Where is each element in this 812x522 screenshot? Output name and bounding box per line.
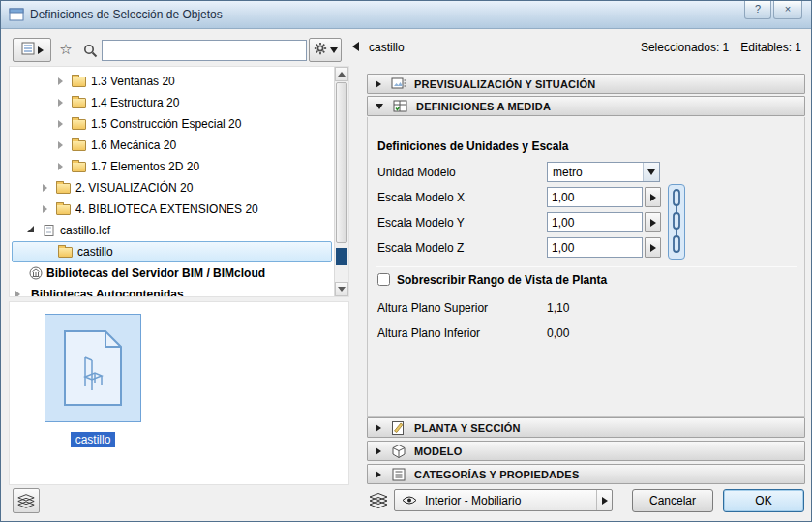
search-input[interactable] bbox=[102, 40, 307, 61]
combo-arrow-box[interactable] bbox=[643, 163, 659, 181]
library-tree[interactable]: 1.3 Ventanas 20 1.4 Estructura 20 1.5 Co… bbox=[9, 66, 349, 297]
selection-status: Seleccionados: 1Editables: 1 bbox=[629, 41, 801, 54]
settings-gear-button[interactable] bbox=[309, 38, 342, 62]
section-planta-y-seccion[interactable]: PLANTA Y SECCIÓN bbox=[367, 417, 805, 438]
folder-icon bbox=[72, 77, 86, 87]
chevron-right-icon bbox=[376, 80, 381, 88]
section-previsualizacion[interactable]: PREVISUALIZACIÓN Y SITUACIÓN bbox=[367, 74, 805, 94]
model-cube-icon bbox=[391, 444, 406, 459]
close-button[interactable]: × bbox=[773, 1, 802, 19]
library-list-icon bbox=[21, 42, 35, 58]
ok-button[interactable]: OK bbox=[723, 489, 804, 512]
custom-settings-panel: Definiciones de Unidades y Escala Unidad… bbox=[367, 117, 805, 417]
tree-item[interactable]: Bibliotecas del Servidor BIM / BIMcloud bbox=[10, 262, 348, 284]
model-unit-select[interactable]: metro bbox=[547, 162, 660, 182]
scale-y-label: Escala Modelo Y bbox=[377, 216, 465, 230]
search-icon[interactable] bbox=[82, 43, 98, 58]
override-plan-range-checkbox[interactable] bbox=[377, 273, 390, 286]
library-view-options-button[interactable] bbox=[13, 38, 51, 62]
object-selection-settings-dialog: Definiciones de Selección de Objetos ? ×… bbox=[0, 0, 812, 522]
expander-collapsed-icon[interactable] bbox=[58, 99, 63, 107]
scale-x-label: Escala Modelo X bbox=[377, 191, 465, 204]
scale-x-menu-button[interactable] bbox=[645, 187, 661, 207]
tree-scrollbar[interactable] bbox=[334, 67, 348, 296]
tree-item[interactable]: 4. BIBLIOTECA EXTENSIONES 20 bbox=[10, 199, 348, 220]
tree-item-selected[interactable]: castillo bbox=[10, 241, 348, 262]
help-button[interactable]: ? bbox=[744, 1, 771, 19]
tree-item-label: 1.4 Estructura 20 bbox=[91, 96, 179, 109]
tree-item[interactable]: 1.7 Elementos 2D 20 bbox=[10, 156, 348, 177]
layer-select[interactable]: Interior - Mobiliario bbox=[394, 489, 613, 511]
tree-item[interactable]: 1.3 Ventanas 20 bbox=[10, 71, 348, 92]
expander-collapsed-icon[interactable] bbox=[58, 77, 63, 85]
arrow-down-icon bbox=[338, 287, 346, 292]
eye-icon bbox=[402, 496, 417, 505]
preview-item-label: castillo bbox=[71, 432, 116, 447]
scale-y-input[interactable] bbox=[547, 212, 643, 232]
folder-icon bbox=[72, 119, 86, 130]
section-label: MODELO bbox=[414, 445, 462, 457]
tree-item[interactable]: 1.5 Construcción Especial 20 bbox=[10, 113, 348, 135]
tree-item[interactable]: 1.6 Mecánica 20 bbox=[10, 135, 348, 156]
section-modelo[interactable]: MODELO bbox=[367, 441, 805, 461]
chevron-right-icon bbox=[650, 244, 656, 252]
scale-x-input[interactable] bbox=[547, 187, 643, 207]
favorites-star-icon[interactable]: ☆ bbox=[57, 41, 75, 58]
tree-item[interactable]: Bibliotecas Autocontenidas bbox=[10, 284, 348, 297]
tree-item-label: castillo bbox=[77, 245, 113, 259]
section-label: PLANTA Y SECCIÓN bbox=[414, 422, 521, 434]
layers-button[interactable] bbox=[367, 492, 390, 509]
chevron-right-icon bbox=[650, 194, 656, 201]
selected-count: Seleccionados: 1 bbox=[641, 41, 729, 54]
expander-expanded-icon[interactable] bbox=[27, 226, 34, 232]
tree-item[interactable]: 2. VISUALIZACIÓN 20 bbox=[10, 177, 348, 199]
window-title: Definiciones de Selección de Objetos bbox=[30, 8, 223, 21]
lower-plane-value: 0,00 bbox=[547, 326, 569, 340]
scroll-up-button[interactable] bbox=[335, 67, 348, 81]
library-file-icon bbox=[43, 224, 56, 237]
library-tools-button[interactable] bbox=[13, 488, 40, 513]
tree-item-label: 1.5 Construcción Especial 20 bbox=[91, 117, 241, 131]
model-unit-value: metro bbox=[548, 166, 643, 179]
folder-icon bbox=[58, 247, 73, 258]
section-label: PREVISUALIZACIÓN Y SITUACIÓN bbox=[414, 78, 595, 90]
layers-icon bbox=[368, 492, 389, 509]
upper-plane-value: 1,10 bbox=[547, 301, 569, 315]
expander-collapsed-icon[interactable] bbox=[43, 205, 47, 213]
expander-collapsed-icon[interactable] bbox=[15, 291, 20, 297]
layer-menu-arrow[interactable] bbox=[596, 490, 612, 510]
expander-collapsed-icon[interactable] bbox=[58, 163, 63, 170]
chevron-down-icon bbox=[330, 47, 338, 53]
object-document-icon bbox=[62, 328, 124, 408]
editable-count: Editables: 1 bbox=[740, 41, 801, 54]
chevron-right-icon bbox=[376, 424, 381, 432]
expander-collapsed-icon[interactable] bbox=[58, 120, 63, 128]
tree-item[interactable]: castillo.lcf bbox=[10, 220, 348, 241]
scrollbar-thumb[interactable] bbox=[336, 82, 347, 243]
section-categorias-y-propiedades[interactable]: CATEGORÍAS Y PROPIEDADES bbox=[367, 464, 805, 484]
expander-collapsed-icon[interactable] bbox=[43, 184, 47, 192]
scale-z-input[interactable] bbox=[547, 237, 643, 258]
section-label: CATEGORÍAS Y PROPIEDADES bbox=[414, 469, 579, 480]
tree-item-label: Bibliotecas del Servidor BIM / BIMcloud bbox=[46, 266, 265, 280]
link-scales-toggle[interactable] bbox=[668, 184, 685, 260]
section-definiciones-a-medida[interactable]: DEFINICIONES A MEDIDA bbox=[367, 96, 805, 116]
title-bar[interactable]: Definiciones de Selección de Objetos ? × bbox=[1, 1, 811, 29]
bim-server-icon bbox=[29, 266, 43, 280]
chevron-right-icon bbox=[602, 497, 608, 505]
scroll-down-button[interactable] bbox=[335, 282, 348, 296]
layer-value: Interior - Mobiliario bbox=[425, 494, 596, 507]
tree-item-label: 2. VISUALIZACIÓN 20 bbox=[75, 181, 193, 195]
lower-plane-label: Altura Plano Inferior bbox=[377, 326, 480, 340]
chain-link-icon bbox=[671, 188, 682, 256]
scale-y-menu-button[interactable] bbox=[645, 212, 661, 232]
tree-item-label: 1.7 Elementos 2D 20 bbox=[91, 160, 199, 173]
tree-item[interactable]: 1.4 Estructura 20 bbox=[10, 92, 348, 113]
selected-object-name: castillo bbox=[369, 41, 405, 54]
preview-thumbnail-selected[interactable] bbox=[45, 314, 141, 422]
collapse-panel-arrow[interactable] bbox=[352, 42, 359, 51]
scale-z-menu-button[interactable] bbox=[645, 237, 661, 258]
expander-collapsed-icon[interactable] bbox=[58, 141, 63, 149]
cancel-button[interactable]: Cancelar bbox=[632, 489, 713, 512]
separator bbox=[376, 266, 797, 267]
